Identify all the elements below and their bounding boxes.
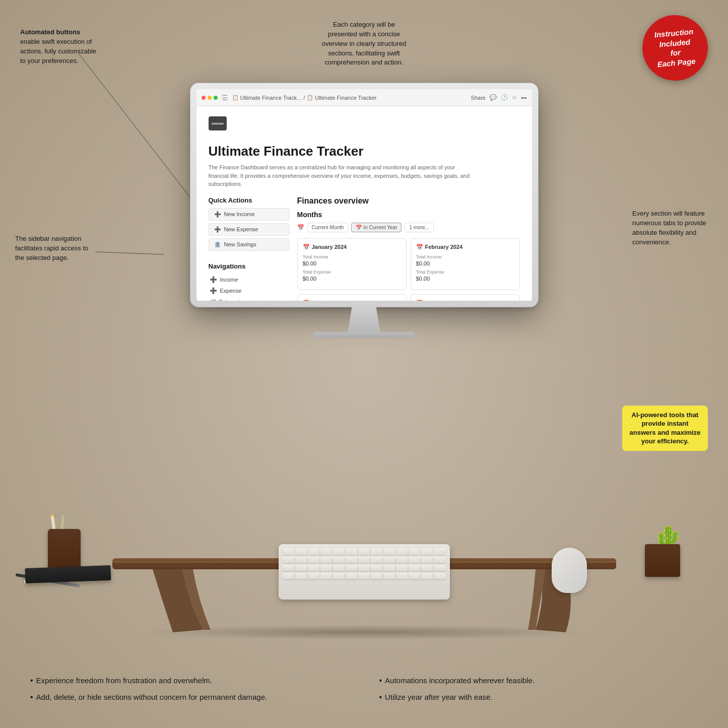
- mouse[interactable]: [552, 548, 587, 593]
- notion-main: ═══ Ultimate Finance Tracker The Finance…: [196, 106, 532, 301]
- page-title: Ultimate Finance Tracker: [209, 144, 520, 159]
- key: [383, 572, 395, 579]
- jan-expense-value: $0.00: [303, 276, 401, 282]
- new-savings-label: New Savings: [224, 241, 256, 247]
- key: [371, 548, 382, 555]
- clock-icon[interactable]: 🕐: [501, 94, 508, 101]
- key: [283, 572, 294, 579]
- key: [409, 572, 420, 579]
- add-month-button[interactable]: +: [510, 300, 514, 301]
- key: [295, 556, 307, 563]
- bottom-bullets: • Experience freedom from frustration an…: [30, 675, 698, 703]
- key: [358, 564, 370, 571]
- filter-more[interactable]: 1 more...: [405, 223, 433, 232]
- bullet-text-2: Add, delete, or hide sections without co…: [36, 692, 268, 703]
- monitor-base: [314, 332, 415, 338]
- new-income-button[interactable]: ➕ New Income: [209, 208, 289, 221]
- bullet-dot-1: •: [30, 675, 33, 687]
- star-icon[interactable]: ☆: [512, 94, 517, 101]
- categories-nav-icon: 🏷: [210, 298, 216, 301]
- key: [383, 564, 395, 571]
- key: [346, 572, 357, 579]
- cal-icon-feb: 📅: [416, 244, 423, 250]
- bullet-2: • Add, delete, or hide sections without …: [30, 692, 349, 703]
- cal-icon-apr: 📅: [416, 300, 423, 301]
- ai-badge: AI-powered tools that provide instant an…: [622, 406, 708, 451]
- month-header-mar: 📅 March 2024: [303, 300, 401, 301]
- hamburger-icon[interactable]: ☰: [222, 94, 228, 102]
- breadcrumb-icon-1: 📋: [232, 95, 238, 100]
- new-savings-button[interactable]: 🏦 New Savings: [209, 238, 289, 251]
- filter-current-month[interactable]: Current Month: [307, 223, 349, 232]
- key: [308, 572, 319, 579]
- key: [421, 564, 433, 571]
- filter-current-year[interactable]: 📅 In Current Year: [351, 223, 402, 232]
- more-icon[interactable]: •••: [521, 95, 527, 101]
- new-expense-button[interactable]: ➕ New Expense: [209, 223, 289, 236]
- bullet-dot-2: •: [30, 692, 33, 703]
- annotation-top-center: Each category will be presented with a c…: [320, 20, 408, 68]
- close-dot[interactable]: [202, 96, 206, 100]
- key: [320, 556, 332, 563]
- bullet-3: • Automations incorporated wherever feas…: [379, 675, 698, 687]
- instruction-badge-text: InstructionIncludedforEach Page: [654, 27, 696, 69]
- nav-expense[interactable]: ➕ Expense: [209, 285, 289, 296]
- cal-icon-jan: 📅: [303, 244, 310, 250]
- left-column: Quick Actions ➕ New Income ➕ New Expense…: [209, 196, 289, 301]
- key: [308, 548, 319, 555]
- plant-pot: [645, 544, 680, 577]
- annotation-title-automated: Automated buttons: [20, 28, 80, 36]
- key: [320, 564, 332, 571]
- breadcrumb-text-2[interactable]: Ultimate Finance Tracker: [315, 95, 376, 101]
- monitor-assembly: ☰ 📋 Ultimate Finance Track... / 📋 Ultima…: [190, 83, 538, 338]
- right-column: Finances overview Months 📅 Current Month…: [297, 196, 520, 301]
- keyboard[interactable]: [279, 544, 450, 600]
- bullet-text-1: Experience freedom from frustration and …: [36, 675, 212, 687]
- key: [358, 572, 370, 579]
- key: [396, 556, 408, 563]
- notion-content: ═══ Ultimate Finance Tracker The Finance…: [196, 106, 532, 301]
- jan-expense-label: Total Expense: [303, 270, 401, 275]
- key: [371, 572, 382, 579]
- jan-income-label: Total Income: [303, 254, 401, 259]
- nav-income[interactable]: ➕ Income: [209, 274, 289, 285]
- expense-nav-label: Expense: [220, 288, 242, 294]
- key: [346, 548, 357, 555]
- share-button[interactable]: Share: [471, 95, 486, 101]
- annotation-right-tabs: Every section will feature numerous tabs…: [632, 209, 713, 247]
- bullet-dot-3: •: [379, 675, 382, 687]
- monitor-screen: ☰ 📋 Ultimate Finance Track... / 📋 Ultima…: [196, 89, 532, 301]
- breadcrumb-text-1[interactable]: Ultimate Finance Track...: [240, 95, 302, 101]
- filter-tab-icon: 📅: [297, 224, 304, 231]
- finances-title: Finances overview: [297, 196, 520, 206]
- bullet-text-3: Automations incorporated wherever feasib…: [385, 675, 535, 687]
- comment-icon[interactable]: 💬: [490, 94, 497, 101]
- key: [421, 572, 433, 579]
- key: [358, 556, 370, 563]
- key: [346, 556, 357, 563]
- month-name-apr: April 2024: [425, 300, 452, 301]
- annotation-top-left: Automated buttons enable swift execution…: [20, 28, 101, 65]
- annotation-left-sidebar: The sidebar navigation facilitates rapid…: [15, 234, 96, 263]
- key: [308, 556, 319, 563]
- maximize-dot[interactable]: [214, 96, 218, 100]
- quick-actions-label: Quick Actions: [209, 196, 289, 204]
- months-label: Months: [297, 211, 520, 219]
- feb-expense-value: $0.00: [416, 276, 514, 282]
- key: [421, 556, 433, 563]
- key: [396, 572, 408, 579]
- key: [396, 548, 408, 555]
- month-name-jan: January 2024: [312, 244, 347, 250]
- nav-categories[interactable]: 🏷 Categories: [209, 296, 289, 301]
- notebook: [25, 565, 111, 583]
- new-savings-icon: 🏦: [214, 241, 221, 248]
- key: [396, 564, 408, 571]
- bullet-1: • Experience freedom from frustration an…: [30, 675, 349, 687]
- bullet-dot-4: •: [379, 692, 382, 703]
- breadcrumb-separator: /: [303, 95, 305, 101]
- new-expense-label: New Expense: [224, 226, 258, 232]
- key: [383, 548, 395, 555]
- income-nav-icon: ➕: [210, 276, 217, 283]
- minimize-dot[interactable]: [208, 96, 212, 100]
- month-header-apr: 📅 April 2024: [416, 300, 452, 301]
